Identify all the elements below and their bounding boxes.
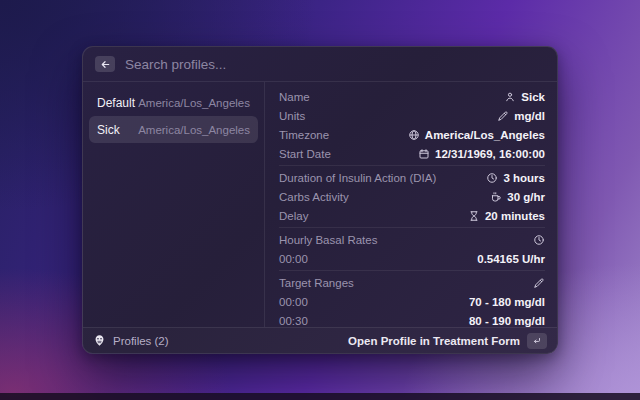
clock-icon xyxy=(486,172,498,184)
hourglass-icon xyxy=(468,210,480,222)
return-key-icon xyxy=(527,333,547,349)
pencil-icon xyxy=(497,110,509,122)
detail-value-text: mg/dl xyxy=(514,110,545,122)
detail-row-carbs-activity: Carbs Activity 30 g/hr xyxy=(279,187,545,206)
footer-action-label: Open Profile in Treatment Form xyxy=(348,335,520,347)
detail-label: Delay xyxy=(279,210,308,222)
detail-value: 30 g/hr xyxy=(490,191,545,203)
detail-value: Sick xyxy=(504,91,545,103)
detail-row-basal-0000: 00:00 0.54165 U/hr xyxy=(279,249,545,268)
person-icon xyxy=(504,91,516,103)
detail-value-text: 12/31/1969, 16:00:00 xyxy=(435,148,545,160)
detail-value: 70 - 180 mg/dl xyxy=(469,296,545,308)
profile-details: Name Sick Units mg/dl Timezone xyxy=(265,82,557,327)
detail-value-text: 30 g/hr xyxy=(507,191,545,203)
section-header-basal-rates: Hourly Basal Rates xyxy=(279,230,545,249)
detail-label: Carbs Activity xyxy=(279,191,349,203)
section-divider xyxy=(279,227,545,228)
detail-value: America/Los_Angeles xyxy=(408,129,545,141)
profile-timezone: America/Los_Angeles xyxy=(138,97,250,109)
search-input[interactable] xyxy=(125,57,545,72)
detail-value: mg/dl xyxy=(497,110,545,122)
section-divider xyxy=(279,270,545,271)
detail-row-units: Units mg/dl xyxy=(279,106,545,125)
section-divider xyxy=(279,165,545,166)
section-header-label: Target Ranges xyxy=(279,277,354,289)
section-header-target-ranges: Target Ranges xyxy=(279,273,545,292)
profile-timezone: America/Los_Angeles xyxy=(138,124,250,136)
detail-label: Timezone xyxy=(279,129,329,141)
detail-label: 00:00 xyxy=(279,296,308,308)
detail-label: 00:00 xyxy=(279,253,308,265)
detail-value: 80 - 190 mg/dl xyxy=(469,315,545,327)
pencil-icon xyxy=(533,277,545,289)
detail-row-name: Name Sick xyxy=(279,87,545,106)
detail-row-timezone: Timezone America/Los_Angeles xyxy=(279,125,545,144)
detail-value-text: 20 minutes xyxy=(485,210,545,222)
open-profile-action[interactable]: Open Profile in Treatment Form xyxy=(348,333,547,349)
clock-icon xyxy=(533,234,545,246)
desktop-background: Default America/Los_Angeles Sick America… xyxy=(0,0,640,400)
detail-label: Units xyxy=(279,110,305,122)
detail-value-text: 0.54165 U/hr xyxy=(477,253,545,265)
detail-value-text: 3 hours xyxy=(503,172,545,184)
detail-value: 3 hours xyxy=(486,172,545,184)
footer-bar: Profiles (2) Open Profile in Treatment F… xyxy=(83,327,557,353)
detail-label: Duration of Insulin Action (DIA) xyxy=(279,172,436,184)
detail-label: Start Date xyxy=(279,148,331,160)
detail-value-text: 80 - 190 mg/dl xyxy=(469,315,545,327)
window-body: Default America/Los_Angeles Sick America… xyxy=(83,82,557,327)
detail-value-text: Sick xyxy=(521,91,545,103)
owl-logo-icon xyxy=(93,334,106,347)
mug-icon xyxy=(490,191,502,203)
globe-icon xyxy=(408,129,420,141)
detail-value: 12/31/1969, 16:00:00 xyxy=(418,148,545,160)
back-button[interactable] xyxy=(95,56,115,72)
search-bar xyxy=(83,47,557,82)
footer-source-label: Profiles (2) xyxy=(113,335,169,347)
detail-value: 20 minutes xyxy=(468,210,545,222)
arrow-left-icon xyxy=(100,59,111,70)
detail-value-text: America/Los_Angeles xyxy=(425,129,545,141)
detail-row-target-0000: 00:00 70 - 180 mg/dl xyxy=(279,292,545,311)
detail-row-start-date: Start Date 12/31/1969, 16:00:00 xyxy=(279,144,545,163)
profile-list: Default America/Los_Angeles Sick America… xyxy=(83,82,265,327)
list-item-sick[interactable]: Sick America/Los_Angeles xyxy=(89,116,258,143)
detail-label: 00:30 xyxy=(279,315,308,327)
footer-source: Profiles (2) xyxy=(93,334,169,347)
detail-label: Name xyxy=(279,91,310,103)
wallpaper-bottom-strip xyxy=(0,393,640,400)
detail-value-text: 70 - 180 mg/dl xyxy=(469,296,545,308)
detail-row-delay: Delay 20 minutes xyxy=(279,206,545,225)
list-item-default[interactable]: Default America/Los_Angeles xyxy=(89,89,258,116)
detail-row-target-0030: 00:30 80 - 190 mg/dl xyxy=(279,311,545,327)
section-header-label: Hourly Basal Rates xyxy=(279,234,377,246)
profiles-window: Default America/Los_Angeles Sick America… xyxy=(82,46,558,354)
detail-row-dia: Duration of Insulin Action (DIA) 3 hours xyxy=(279,168,545,187)
calendar-icon xyxy=(418,148,430,160)
profile-name: Sick xyxy=(97,123,120,137)
profile-name: Default xyxy=(97,96,135,110)
detail-value: 0.54165 U/hr xyxy=(477,253,545,265)
